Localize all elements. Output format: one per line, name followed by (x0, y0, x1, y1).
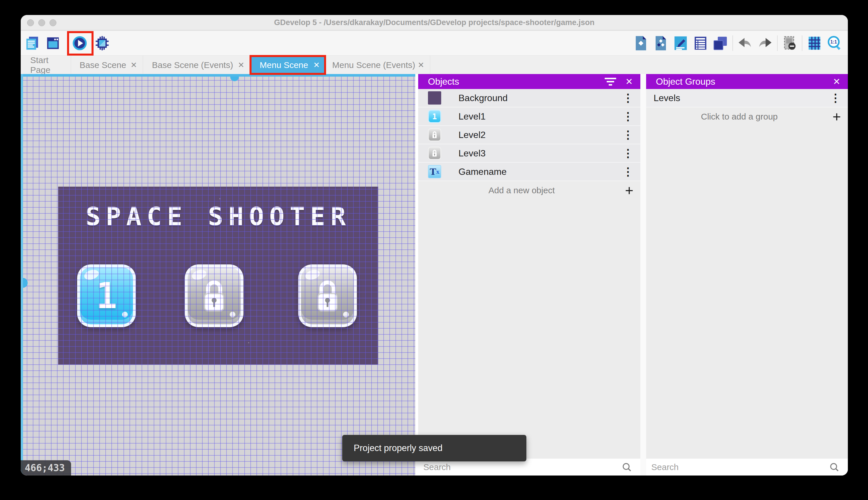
tab-close-icon[interactable]: ✕ (418, 60, 424, 70)
object-menu-icon[interactable]: ⋮ (622, 92, 633, 103)
level2-locked-button-object[interactable] (185, 264, 244, 327)
group-menu-icon[interactable]: ⋮ (830, 92, 841, 103)
vertical-scrollbar[interactable] (21, 74, 23, 476)
tab-close-icon[interactable]: ✕ (238, 60, 244, 70)
object-groups-panel: Object Groups ✕ Levels ⋮ Click to add a … (646, 74, 848, 476)
title-bar: GDevelop 5 - /Users/dkarakay/Documents/G… (21, 15, 848, 31)
close-window-button[interactable] (27, 19, 34, 26)
groups-search-input[interactable] (646, 462, 829, 472)
gamename-thumbnail: Tx (428, 165, 441, 178)
window-controls (27, 15, 56, 31)
level1-number: 1 (96, 275, 117, 317)
tab-base-scene[interactable]: Base Scene ✕ (71, 56, 143, 74)
properties-pencil-icon (673, 35, 689, 51)
instances-list-icon (693, 35, 708, 51)
redo-button[interactable] (757, 35, 773, 51)
object-row-level2[interactable]: Level2 ⋮ (418, 126, 640, 144)
lock-icon (431, 131, 438, 139)
tab-close-icon[interactable]: ✕ (130, 60, 137, 70)
tab-menu-scene[interactable]: Menu Scene ✕ (250, 56, 326, 74)
grid-icon (807, 35, 822, 51)
play-icon (72, 35, 87, 51)
object-name: Gamename (458, 167, 506, 177)
lock-icon (310, 277, 344, 314)
scene-title-text-object[interactable]: SPACE SHOOTER (58, 202, 378, 231)
object-groups-page-icon (653, 35, 669, 51)
tab-label: Start Page (25, 55, 71, 75)
play-preview-button[interactable] (72, 35, 87, 51)
lock-icon (197, 277, 231, 314)
filter-icon[interactable] (604, 78, 617, 86)
object-row-gamename[interactable]: Tx Gamename ⋮ (418, 163, 640, 181)
objects-panel-header: Objects ✕ (418, 74, 640, 89)
scene-window-icon (45, 35, 61, 51)
toolbar-separator (777, 35, 778, 51)
cursor-coordinates: 466;433 (21, 460, 71, 476)
toggle-window-mask-button[interactable] (782, 35, 797, 51)
level3-locked-button-object[interactable] (298, 264, 357, 327)
level2-thumbnail (428, 128, 441, 141)
project-manager-button[interactable] (24, 35, 40, 51)
zoom-original-button[interactable]: 1:1 (826, 35, 842, 51)
plus-icon[interactable]: + (625, 183, 633, 197)
close-icon[interactable]: ✕ (625, 76, 633, 87)
add-group-row[interactable]: Click to add a group + (646, 107, 848, 126)
toggle-properties-panel-button[interactable] (673, 35, 689, 51)
tab-label: Menu Scene (Events) (327, 60, 428, 70)
start-page-button[interactable] (45, 35, 61, 51)
objects-panel: Objects ✕ Background ⋮ 1 Level1 ⋮ (418, 74, 640, 476)
tab-close-icon[interactable]: ✕ (313, 60, 320, 70)
toggle-layers-panel-button[interactable] (713, 35, 728, 51)
object-name: Level2 (458, 129, 485, 140)
zoom-window-button[interactable] (49, 19, 56, 26)
object-name: Background (458, 93, 508, 103)
scene-canvas[interactable]: SPACE SHOOTER 1 (21, 74, 415, 476)
plus-icon[interactable]: + (833, 110, 841, 124)
toolbar-separator (732, 35, 733, 51)
horizontal-scrollbar[interactable] (21, 74, 415, 77)
toggle-instances-list-button[interactable] (693, 35, 708, 51)
zoom-1-1-icon: 1:1 (826, 35, 842, 51)
tab-start-page[interactable]: Start Page (25, 56, 71, 74)
level1-button-object[interactable]: 1 (77, 264, 136, 327)
horizontal-scroll-handle[interactable] (230, 77, 239, 81)
debug-button[interactable] (94, 35, 110, 51)
layers-icon (713, 35, 728, 51)
close-icon[interactable]: ✕ (833, 76, 840, 87)
window-title: GDevelop 5 - /Users/dkarakay/Documents/G… (21, 18, 848, 27)
undo-button[interactable] (737, 35, 753, 51)
object-menu-icon[interactable]: ⋮ (622, 111, 633, 122)
object-name: Level3 (458, 148, 485, 159)
object-menu-icon[interactable]: ⋮ (622, 166, 633, 177)
minimize-window-button[interactable] (38, 19, 45, 26)
object-row-level3[interactable]: Level3 ⋮ (418, 144, 640, 163)
toggle-objects-panel-button[interactable] (633, 35, 649, 51)
vertical-scroll-handle[interactable] (23, 278, 28, 288)
object-row-background[interactable]: Background ⋮ (418, 89, 640, 107)
objects-panel-title: Objects (418, 76, 459, 87)
editor-content: SPACE SHOOTER 1 (21, 74, 848, 476)
toggle-object-groups-panel-button[interactable] (653, 35, 669, 51)
add-object-row[interactable]: Add a new object + (418, 181, 640, 200)
debug-chip-icon (94, 35, 110, 51)
tab-menu-scene-events[interactable]: Menu Scene (Events) ✕ (326, 56, 430, 74)
tab-label: Menu Scene (255, 60, 321, 70)
level1-thumbnail: 1 (428, 110, 441, 123)
background-thumbnail (428, 91, 441, 104)
object-name: Level1 (458, 111, 485, 122)
group-row-levels[interactable]: Levels ⋮ (646, 89, 848, 107)
tab-base-scene-events[interactable]: Base Scene (Events) ✕ (143, 56, 250, 74)
scene-background-object[interactable]: SPACE SHOOTER 1 (58, 186, 378, 365)
toolbar-right-group: 1:1 (633, 31, 842, 55)
level3-thumbnail (428, 147, 441, 160)
editor-tab-bar: Start Page Base Scene ✕ Base Scene (Even… (21, 55, 848, 74)
objects-search-input[interactable] (418, 462, 621, 472)
object-menu-icon[interactable]: ⋮ (622, 129, 633, 140)
search-icon (829, 462, 840, 473)
main-toolbar: 1:1 (21, 31, 848, 55)
object-row-level1[interactable]: 1 Level1 ⋮ (418, 107, 640, 126)
object-groups-panel-header: Object Groups ✕ (646, 74, 848, 89)
toggle-grid-button[interactable] (807, 35, 822, 51)
object-menu-icon[interactable]: ⋮ (622, 148, 633, 159)
redo-icon (757, 35, 773, 51)
